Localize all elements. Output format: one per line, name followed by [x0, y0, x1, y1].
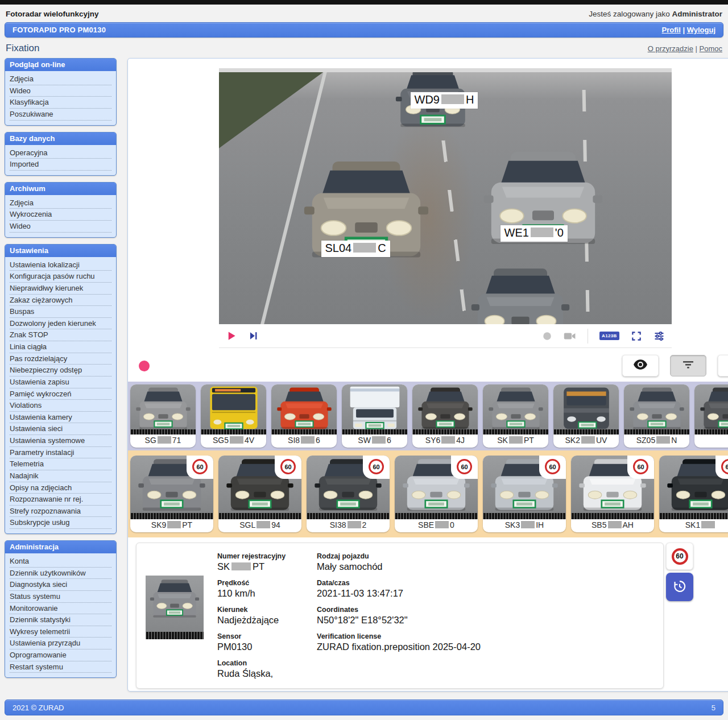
sidebar-item[interactable]: Linia ciągła	[10, 341, 111, 353]
app-title: Fotoradar wielofunkcyjny	[6, 10, 99, 18]
logout-link[interactable]: Wyloguj	[687, 26, 715, 34]
sidebar-item[interactable]: Rozpoznawanie nr rej.	[10, 494, 111, 506]
sidebar-item[interactable]: Dziennik statystyki	[10, 614, 111, 626]
vehicle-thumbnail[interactable]: 60SGL94	[218, 456, 301, 532]
tune-settings-icon[interactable]	[653, 330, 665, 342]
sidebar-item[interactable]: Ustawienia systemowe	[10, 435, 111, 447]
play-icon[interactable]	[226, 330, 237, 341]
sidebar-item[interactable]: Diagnostyka sieci	[10, 579, 111, 591]
sidebar-item[interactable]: Opisy na zdjęciach	[10, 482, 111, 494]
sidebar-item[interactable]: Ustawienia przyrządu	[10, 638, 111, 649]
sidebar-item[interactable]: Pas rozdzielający	[10, 353, 111, 365]
sidebar-section: UstawieniaUstawienia lokalizacjiKonfigur…	[5, 244, 117, 534]
field-value: Ruda Śląska,	[217, 668, 294, 679]
skip-next-icon[interactable]	[248, 330, 259, 341]
visibility-button[interactable]	[622, 355, 659, 376]
history-button[interactable]	[666, 573, 693, 601]
filter-button[interactable]	[670, 355, 706, 376]
sidebar-item[interactable]: Dozwolony jeden kierunek	[10, 318, 111, 330]
vehicle-thumbnail[interactable]: SY64J	[412, 384, 478, 448]
help-link[interactable]: Pomoc	[700, 44, 722, 53]
sidebar-item[interactable]: Telemetria	[10, 458, 111, 470]
profile-link[interactable]: Profil	[662, 26, 681, 34]
field-value: Nadjeżdżające	[217, 615, 294, 626]
sidebar-section-body: OperacyjnaImported	[5, 145, 116, 175]
sidebar-item[interactable]: Zdjęcia	[10, 197, 111, 209]
sidebar-item[interactable]: Wykresy telemetrii	[10, 626, 111, 638]
sidebar-item[interactable]: Restart systemu	[10, 661, 111, 673]
video-controls-bar: A123B	[219, 324, 672, 348]
live-video-frame: WD9HSL04CWE1'0	[219, 68, 672, 324]
fullscreen-icon[interactable]	[631, 330, 642, 342]
sidebar-item[interactable]: Pamięć wykroczeń	[10, 388, 111, 400]
sidebar-item[interactable]: Ustawienia zapisu	[10, 376, 111, 388]
vehicle-thumbnail[interactable]: SI86	[271, 384, 337, 448]
sidebar-item[interactable]: Ustawienia kamery	[10, 412, 111, 424]
about-device-link[interactable]: O przyrządzie	[648, 44, 693, 53]
sidebar-item[interactable]: Oprogramowanie	[10, 649, 111, 661]
sidebar-item[interactable]: Zdjęcia	[10, 73, 111, 85]
vehicle-thumbnail[interactable]: 60SB5AH	[571, 456, 654, 532]
speed-limit-sign: 60	[369, 459, 384, 474]
sidebar-item[interactable]: Imported	[10, 159, 111, 171]
action-row	[128, 348, 728, 382]
vehicle-thumbnail[interactable]: 60SK9PT	[130, 456, 213, 532]
videocam-icon[interactable]	[564, 331, 576, 341]
sidebar-item[interactable]: Zakaz ciężarowych	[10, 295, 111, 307]
vehicle-thumbnail[interactable]: SG54V	[201, 384, 266, 448]
vehicle-thumbnail[interactable]: 60SK3IH	[483, 456, 566, 532]
vehicle-thumbnail[interactable]: 60SK1	[659, 456, 728, 532]
vehicle-thumbnail[interactable]: SG71	[130, 384, 196, 448]
sidebar-item[interactable]: Nieprawidłwy kierunek	[10, 283, 111, 295]
sidebar-section-body: KontaDziennik użytkownikówDiagnostyka si…	[5, 553, 116, 677]
help-link-separator: |	[696, 44, 697, 53]
sidebar-item[interactable]: Strefy rozpoznawania	[10, 506, 111, 518]
sidebar-item[interactable]: Dziennik użytkowników	[10, 568, 111, 580]
speed-limit-notch: 60	[451, 456, 478, 479]
sidebar-item[interactable]: Konfiguracja pasów ruchu	[10, 271, 111, 283]
sidebar-item[interactable]: Konta	[10, 556, 111, 568]
sidebar-item[interactable]: Violations	[10, 400, 111, 412]
sidebar-item[interactable]: Znak STOP	[10, 329, 111, 341]
announce-plate-button[interactable]	[718, 355, 728, 376]
sidebar-item[interactable]: Operacyjna	[10, 147, 111, 159]
vehicle-thumbnail[interactable]: 60SI382	[307, 456, 390, 532]
vehicle-thumbnail[interactable]: SW6	[342, 384, 407, 448]
sidebar-item[interactable]: Poszukiwane	[10, 109, 111, 121]
plate-caption: SG54V	[201, 435, 266, 448]
sidebar-item[interactable]: Ustawienia lokalizacji	[10, 259, 111, 271]
sidebar-item[interactable]: Parametry instalacji	[10, 447, 111, 459]
field-label: Coordinates	[317, 606, 481, 614]
sidebar-item[interactable]: Niebezpieczny odstęp	[10, 365, 111, 376]
field-label: Kierunek	[217, 606, 294, 614]
speed-limit-sign: 60	[192, 459, 208, 474]
sidebar-item[interactable]: Buspas	[10, 306, 111, 318]
plate-caption	[694, 435, 728, 438]
vehicle-thumbnail-image	[130, 384, 196, 435]
sidebar-item[interactable]: Wykroczenia	[10, 209, 111, 221]
sidebar-section-header: Ustawienia	[5, 245, 116, 257]
sidebar-item[interactable]: Subskrypcje usług	[10, 517, 111, 529]
help-links: O przyrządzie | Pomoc	[648, 44, 722, 53]
sidebar-nav: Podgląd on-lineZdjęciaWideoKlasyfikacjaP…	[5, 58, 117, 684]
vehicle-thumbnail[interactable]: SZ05N	[624, 384, 689, 448]
record-icon[interactable]	[542, 331, 552, 341]
sidebar-item[interactable]: Status systemu	[10, 591, 111, 603]
sidebar-item[interactable]: Nadajnik	[10, 470, 111, 482]
sidebar-item[interactable]: Monitorowanie	[10, 603, 111, 615]
sidebar-item[interactable]: Klasyfikacja	[10, 97, 111, 109]
redaction-block	[348, 521, 361, 528]
redaction-block	[167, 521, 181, 528]
page-subheader: Fixation O przyrządzie | Pomoc	[0, 38, 728, 58]
sidebar-item[interactable]: Ustawienia sieci	[10, 423, 111, 435]
vehicle-thumbnail[interactable]: SKPT	[483, 384, 548, 448]
plate-recognition-toggle-icon[interactable]: A123B	[599, 332, 619, 340]
sidebar-section: ArchiwumZdjęciaWykroczeniaWideo	[5, 182, 117, 238]
vehicle-thumbnail[interactable]	[694, 384, 728, 448]
sidebar-item[interactable]: Wideo	[10, 221, 111, 233]
vehicle-thumbnail[interactable]: SK2UV	[553, 384, 619, 448]
vehicle-thumbnail[interactable]: 60SBE0	[395, 456, 478, 532]
sidebar-item[interactable]: Wideo	[10, 85, 111, 97]
eye-icon	[633, 359, 648, 373]
field-value: 110 km/h	[217, 588, 294, 599]
